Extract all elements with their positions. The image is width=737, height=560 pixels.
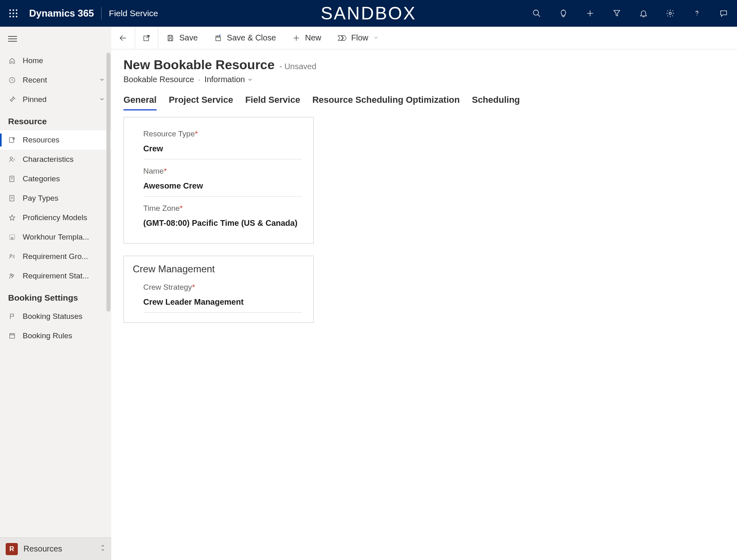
save-status: - Unsaved bbox=[279, 62, 316, 71]
field-label: Resource Type* bbox=[143, 129, 302, 138]
sidebar-item-pay-types[interactable]: Pay Types bbox=[0, 189, 111, 208]
sidebar-item-label: Requirement Stat... bbox=[23, 272, 89, 280]
sidebar-item-label: Recent bbox=[23, 76, 47, 85]
sidebar-item-categories[interactable]: Categories bbox=[0, 169, 111, 189]
svg-rect-42 bbox=[217, 36, 219, 37]
tab-scheduling[interactable]: Scheduling bbox=[472, 91, 520, 110]
svg-rect-25 bbox=[10, 195, 14, 201]
gear-icon bbox=[666, 9, 675, 18]
chevron-down-icon bbox=[99, 76, 105, 85]
app-name[interactable]: Field Service bbox=[109, 8, 158, 18]
svg-rect-40 bbox=[169, 35, 172, 37]
page-title: New Bookable Resource bbox=[123, 57, 274, 72]
field-value: Crew Leader Management bbox=[143, 295, 302, 313]
new-button[interactable]: New bbox=[284, 27, 329, 49]
sidebar-item-label: Categories bbox=[23, 174, 60, 183]
sidebar-item-home[interactable]: Home bbox=[0, 51, 111, 70]
search-button[interactable] bbox=[523, 0, 550, 27]
svg-point-32 bbox=[12, 274, 14, 276]
ideas-button[interactable] bbox=[550, 0, 577, 27]
save-close-icon bbox=[214, 34, 222, 42]
sidebar-item-resources[interactable]: Resources bbox=[0, 130, 111, 150]
svg-point-2 bbox=[16, 9, 17, 11]
entity-name: Bookable Resource bbox=[123, 75, 194, 84]
field-name[interactable]: Name* Awesome Crew bbox=[124, 164, 313, 197]
sidebar-toggle[interactable] bbox=[0, 27, 111, 51]
filter-button[interactable] bbox=[603, 0, 630, 27]
tab-field-service[interactable]: Field Service bbox=[245, 91, 300, 110]
back-button[interactable] bbox=[111, 27, 135, 49]
flow-button[interactable]: Flow bbox=[329, 27, 387, 49]
svg-point-21 bbox=[10, 157, 13, 159]
bell-icon bbox=[639, 9, 648, 18]
svg-point-6 bbox=[9, 16, 11, 17]
sidebar-item-label: Proficiency Models bbox=[23, 213, 87, 222]
form-header: New Bookable Resource - Unsaved Bookable… bbox=[111, 49, 737, 88]
general-section: Resource Type* Crew Name* Awesome Crew T… bbox=[123, 117, 314, 244]
document-icon bbox=[8, 175, 16, 183]
sidebar-item-characteristics[interactable]: Characteristics bbox=[0, 150, 111, 169]
svg-point-4 bbox=[13, 13, 14, 14]
app-launcher-button[interactable] bbox=[0, 0, 27, 27]
form-selector[interactable]: Information bbox=[204, 75, 253, 84]
home-icon bbox=[8, 57, 16, 65]
area-switcher[interactable]: R Resources bbox=[0, 537, 111, 560]
sidebar-item-label: Pinned bbox=[23, 95, 47, 104]
calendar-icon bbox=[8, 332, 16, 340]
arrow-left-icon bbox=[119, 34, 127, 42]
flag-icon bbox=[8, 312, 16, 320]
person-icon bbox=[8, 155, 16, 163]
save-close-button[interactable]: Save & Close bbox=[206, 27, 284, 49]
status-icon bbox=[8, 272, 16, 280]
sidebar-item-workhour-templates[interactable]: Workhour Templa... bbox=[0, 227, 111, 247]
plus-icon bbox=[292, 34, 300, 42]
funnel-icon bbox=[612, 9, 621, 18]
help-button[interactable] bbox=[684, 0, 710, 27]
sidebar-item-recent[interactable]: Recent bbox=[0, 70, 111, 90]
add-button[interactable] bbox=[577, 0, 603, 27]
field-crew-strategy[interactable]: Crew Strategy* Crew Leader Management bbox=[124, 280, 313, 313]
svg-point-9 bbox=[533, 10, 539, 15]
form-name: Information bbox=[204, 75, 245, 84]
field-timezone[interactable]: Time Zone* (GMT-08:00) Pacific Time (US … bbox=[124, 202, 313, 233]
settings-button[interactable] bbox=[657, 0, 684, 27]
save-icon bbox=[166, 34, 174, 42]
lightbulb-icon bbox=[559, 9, 568, 18]
tab-general[interactable]: General bbox=[123, 91, 157, 110]
global-actions bbox=[523, 0, 737, 27]
sidebar-item-label: Home bbox=[23, 56, 43, 65]
chevron-down-icon bbox=[99, 95, 105, 104]
sidebar-item-booking-statuses[interactable]: Booking Statuses bbox=[0, 307, 111, 326]
area-badge: R bbox=[6, 543, 18, 555]
sidebar-item-label: Booking Statuses bbox=[23, 312, 83, 321]
field-resource-type[interactable]: Resource Type* Crew bbox=[124, 127, 313, 159]
svg-point-1 bbox=[13, 9, 14, 11]
command-bar: Save Save & Close New Flow bbox=[111, 27, 737, 49]
sidebar-scroll: Home Recent Pinned Resource Resources Ch… bbox=[0, 51, 111, 537]
popout-icon bbox=[142, 34, 151, 42]
chat-icon bbox=[719, 9, 728, 18]
star-icon bbox=[8, 214, 16, 222]
sidebar-item-proficiency-models[interactable]: Proficiency Models bbox=[0, 208, 111, 227]
sidebar-scrollbar[interactable] bbox=[106, 53, 110, 312]
assistant-button[interactable] bbox=[710, 0, 737, 27]
notifications-button[interactable] bbox=[630, 0, 657, 27]
svg-rect-19 bbox=[9, 138, 14, 142]
plus-icon bbox=[586, 9, 595, 18]
pin-icon bbox=[8, 95, 16, 104]
save-label: Save bbox=[179, 33, 198, 42]
sidebar-item-requirement-statuses[interactable]: Requirement Stat... bbox=[0, 266, 111, 286]
tab-project-service[interactable]: Project Service bbox=[169, 91, 233, 110]
open-new-window-button[interactable] bbox=[135, 27, 158, 49]
sidebar-item-pinned[interactable]: Pinned bbox=[0, 90, 111, 109]
svg-point-13 bbox=[669, 12, 671, 15]
save-button[interactable]: Save bbox=[158, 27, 206, 49]
sidebar-item-booking-rules[interactable]: Booking Rules bbox=[0, 326, 111, 346]
sidebar-item-requirement-groups[interactable]: Requirement Gro... bbox=[0, 247, 111, 266]
hamburger-icon bbox=[8, 36, 17, 42]
chevron-down-icon bbox=[373, 33, 379, 42]
product-brand[interactable]: Dynamics 365 bbox=[29, 8, 94, 19]
sidebar-item-label: Characteristics bbox=[23, 155, 74, 164]
group-icon bbox=[8, 252, 16, 261]
tab-rso[interactable]: Resource Scheduling Optimization bbox=[312, 91, 460, 110]
